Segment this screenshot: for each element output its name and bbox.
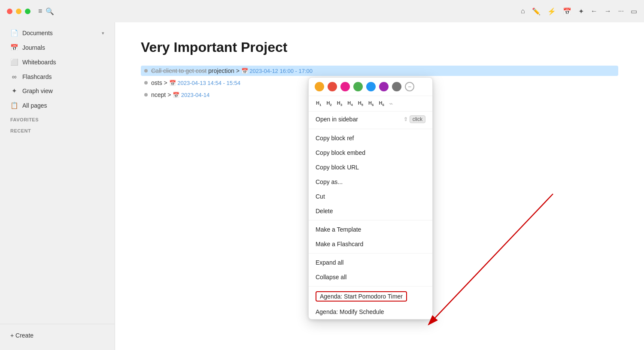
separator-2 — [309, 220, 432, 220]
journals-label: Journals — [22, 44, 104, 51]
allpages-label: All pages — [22, 102, 104, 109]
content-area: Very Important Project Call client to ge… — [115, 22, 644, 350]
copy-block-url-item[interactable]: Copy block URL — [309, 160, 432, 175]
date-badge-3[interactable]: 📅 2023-04-14 — [173, 92, 210, 98]
line3-ncept: ncept > — [151, 91, 173, 98]
cut-item[interactable]: Cut — [309, 189, 432, 204]
color-gray[interactable] — [392, 82, 401, 91]
graphview-label: Graph view — [22, 88, 104, 94]
titlebar-left: ≡ 🔍 — [7, 7, 54, 15]
edit-icon[interactable]: ✏️ — [532, 7, 541, 15]
open-in-sidebar-item[interactable]: Open in sidebar ⇧ click — [309, 112, 432, 127]
sidebar-item-documents[interactable]: 📄 Documents ▾ — [3, 26, 111, 40]
hamburger-icon[interactable]: ≡ — [38, 7, 42, 15]
journals-icon: 📅 — [10, 44, 18, 51]
close-button[interactable] — [7, 9, 12, 14]
h6-button[interactable]: H6 — [367, 100, 375, 108]
expand-all-item[interactable]: Expand all — [309, 255, 432, 270]
sidebar-toggle-icon[interactable]: ▭ — [631, 7, 637, 15]
bullet-1 — [144, 69, 148, 72]
color-green[interactable] — [353, 82, 363, 91]
copy-as-label: Copy as... — [316, 178, 343, 185]
h3-button[interactable]: H3 — [336, 100, 343, 108]
home-icon[interactable]: ⌂ — [521, 7, 525, 15]
heading-divider: ⌁ — [389, 100, 393, 108]
delete-label: Delete — [316, 208, 333, 214]
recent-section-title: RECENT — [0, 124, 115, 135]
sidebar-item-whiteboards[interactable]: ⬜ Whiteboards — [3, 55, 111, 69]
date-badge-2[interactable]: 📅 2023-04-13 14:54 - 15:54 — [169, 80, 240, 86]
create-button[interactable]: + Create — [7, 329, 108, 341]
documents-arrow: ▾ — [102, 30, 104, 36]
color-blue[interactable] — [366, 82, 376, 91]
create-label: + Create — [10, 332, 33, 339]
doc-line-1: Call client to get cost projection > 📅 2… — [141, 66, 618, 76]
separator-1 — [309, 129, 432, 129]
sidebar-item-flashcards[interactable]: ∞ Flashcards — [3, 70, 111, 83]
flash-icon[interactable]: ⚡ — [547, 7, 556, 15]
graphview-icon: ✦ — [10, 87, 18, 95]
h5-button[interactable]: H5 — [357, 100, 365, 108]
h6b-button[interactable]: H6 — [377, 100, 385, 108]
color-purple[interactable] — [379, 82, 389, 91]
more-icon[interactable]: ··· — [618, 7, 624, 15]
color-pink[interactable] — [340, 82, 350, 91]
bullet-3 — [144, 93, 148, 97]
open-in-sidebar-shortcut: ⇧ click — [404, 115, 425, 123]
make-flashcard-item[interactable]: Make a Flashcard — [309, 237, 432, 251]
copy-block-embed-label: Copy block embed — [316, 149, 365, 156]
star-icon[interactable]: ✦ — [578, 7, 584, 15]
agenda-pomodoro-item[interactable]: Agenda: Start Pomodoro Timer — [309, 288, 432, 305]
documents-label: Documents — [22, 30, 97, 36]
copy-as-item[interactable]: Copy as... — [309, 175, 432, 189]
copy-block-embed-item[interactable]: Copy block embed — [309, 145, 432, 160]
maximize-button[interactable] — [25, 9, 30, 14]
click-key: click — [410, 115, 425, 123]
sidebar-item-allpages[interactable]: 📋 All pages — [3, 99, 111, 112]
line1-projection: projection > — [208, 67, 241, 74]
bullet-2 — [144, 81, 148, 84]
documents-icon: 📄 — [10, 29, 18, 37]
color-orange[interactable] — [315, 82, 324, 91]
titlebar-right: ⌂ ✏️ ⚡ 📅 ✦ ← → ··· ▭ — [521, 7, 637, 15]
sidebar-footer: + Create — [0, 324, 115, 347]
h2-button[interactable]: H2 — [325, 100, 333, 108]
flashcards-label: Flashcards — [22, 73, 104, 80]
color-row: − — [309, 78, 432, 96]
open-in-sidebar-label: Open in sidebar — [316, 116, 358, 123]
color-red[interactable] — [328, 82, 337, 91]
search-icon[interactable]: 🔍 — [46, 7, 54, 15]
doc-line-3-text: ncept > 📅 2023-04-14 — [151, 91, 210, 98]
collapse-all-item[interactable]: Collapse all — [309, 270, 432, 284]
favorites-section-title: FAVORITES — [0, 113, 115, 124]
collapse-all-label: Collapse all — [316, 274, 346, 281]
make-template-label: Make a Template — [316, 226, 361, 233]
svg-line-1 — [428, 194, 553, 325]
whiteboards-icon: ⬜ — [10, 58, 18, 66]
sidebar-item-graphview[interactable]: ✦ Graph view — [3, 84, 111, 98]
doc-line-1-text: Call client to get cost projection > 📅 2… — [151, 67, 313, 74]
flashcards-icon: ∞ — [10, 73, 18, 80]
h1-button[interactable]: H1 — [315, 100, 322, 108]
main-layout: 📄 Documents ▾ 📅 Journals ⬜ Whiteboards ∞… — [0, 22, 644, 350]
sidebar-item-journals[interactable]: 📅 Journals — [3, 41, 111, 54]
make-template-item[interactable]: Make a Template — [309, 222, 432, 237]
copy-block-ref-item[interactable]: Copy block ref — [309, 131, 432, 145]
context-menu: − H1 H2 H3 H4 H5 H6 H6 ⌁ Open in sidebar… — [308, 77, 433, 320]
date-badge-1[interactable]: 📅 2023-04-12 16:00 - 17:00 — [241, 68, 313, 74]
h4-button[interactable]: H4 — [346, 100, 354, 108]
delete-item[interactable]: Delete — [309, 204, 432, 218]
agenda-pomodoro-label: Agenda: Start Pomodoro Timer — [316, 291, 407, 302]
back-icon[interactable]: ← — [591, 7, 598, 15]
cut-label: Cut — [316, 193, 325, 200]
page-title: Very Important Project — [141, 39, 618, 55]
separator-4 — [309, 286, 432, 287]
make-flashcard-label: Make a Flashcard — [316, 241, 363, 247]
traffic-lights — [7, 9, 30, 14]
calendar-icon[interactable]: 📅 — [563, 7, 571, 15]
color-remove[interactable]: − — [405, 82, 414, 91]
agenda-modify-item[interactable]: Agenda: Modify Schedule — [309, 305, 432, 319]
separator-3 — [309, 253, 432, 253]
forward-icon[interactable]: → — [605, 7, 611, 15]
minimize-button[interactable] — [16, 9, 21, 14]
